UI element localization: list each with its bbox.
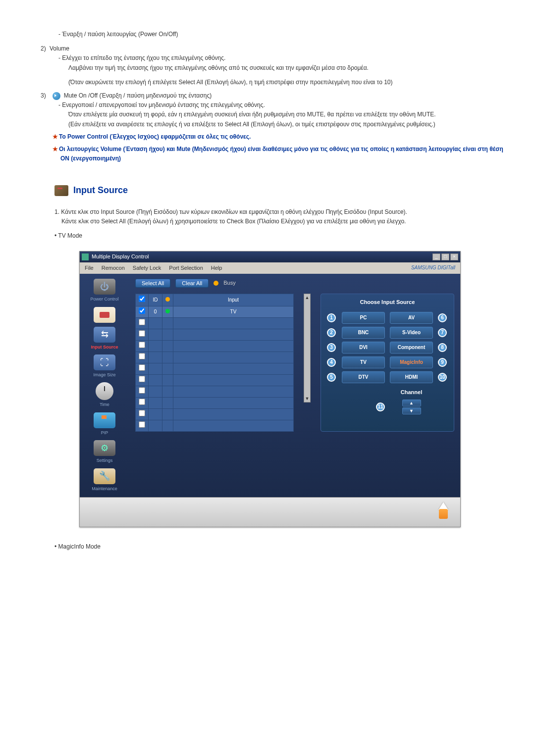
brand-logo: SAMSUNG DIGITall <box>411 264 455 272</box>
app-window: Multiple Display Control _ □ × File Remo… <box>79 251 461 527</box>
sidebar-item-remote[interactable] <box>85 307 124 323</box>
clear-all-button[interactable]: Clear All <box>175 279 209 288</box>
table-row[interactable] <box>136 375 294 386</box>
badge-10: 10 <box>438 373 447 382</box>
image-size-icon: ⛶ <box>94 354 115 370</box>
titlebar: Multiple Display Control _ □ × <box>80 252 460 262</box>
table-row[interactable] <box>136 352 294 363</box>
busy-label: Busy <box>223 279 235 288</box>
table-row[interactable] <box>136 398 294 409</box>
source-magicinfo-button[interactable]: MagicInfo <box>390 356 433 368</box>
table-row[interactable] <box>136 341 294 352</box>
status-icon <box>165 309 170 313</box>
menubar: File Remocon Safety Lock Port Selection … <box>80 262 460 274</box>
step-1: 1. Κάντε κλικ στο Input Source (Πηγή Εισ… <box>54 207 510 226</box>
input-source-panel: Choose Input Source 1 PC AV 6 2 BNC S-Vi… <box>321 294 454 432</box>
sidebar-item-pip[interactable]: PIP <box>85 412 124 436</box>
channel-down-button[interactable]: ▼ <box>402 407 421 414</box>
select-all-button[interactable]: Select All <box>135 279 170 288</box>
bullet-magicinfo-mode: • MagicInfo Mode <box>54 542 510 552</box>
source-av-button[interactable]: AV <box>390 312 433 324</box>
item-volume-sub2: Λαμβάνει την τιμή της έντασης ήχου της ε… <box>68 63 510 73</box>
pip-icon <box>94 412 115 428</box>
menu-remocon[interactable]: Remocon <box>102 264 125 273</box>
menu-port-selection[interactable]: Port Selection <box>169 264 203 273</box>
col-id: ID <box>149 294 162 306</box>
busy-indicator-icon <box>214 281 218 286</box>
sidebar-item-power-control[interactable]: ⏻ Power Control <box>85 279 124 302</box>
table-row[interactable] <box>136 318 294 329</box>
col-input: Input <box>173 294 294 306</box>
channel-label: Channel <box>390 388 433 397</box>
source-component-button[interactable]: Component <box>390 342 433 353</box>
badge-11: 11 <box>376 403 385 411</box>
menu-help[interactable]: Help <box>211 264 222 273</box>
mute-icon <box>53 92 60 100</box>
source-dtv-button[interactable]: DTV <box>342 371 385 383</box>
badge-1: 1 <box>327 313 336 322</box>
note-volume-mute: ★Οι λειτουργίες Volume (Ένταση ήχου) και… <box>53 145 510 163</box>
window-title: Multiple Display Control <box>92 252 432 261</box>
bullet-tv-mode: • TV Mode <box>54 231 510 241</box>
remote-icon <box>94 307 115 323</box>
sidebar-item-image-size[interactable]: ⛶ Image Size <box>85 354 124 378</box>
row-checkbox[interactable] <box>139 307 145 314</box>
table-row[interactable] <box>136 409 294 420</box>
badge-4: 4 <box>327 358 336 367</box>
source-dvi-button[interactable]: DVI <box>342 342 385 353</box>
item-volume: 2)Volume <box>41 44 510 53</box>
badge-5: 5 <box>327 373 336 382</box>
table-row[interactable] <box>136 329 294 341</box>
channel-up-button[interactable]: ▲ <box>402 400 421 406</box>
sidebar-item-input-source[interactable]: ⇆ Input Source <box>85 327 124 351</box>
menu-file[interactable]: File <box>85 264 94 273</box>
badge-9: 9 <box>438 358 447 367</box>
badge-8: 8 <box>438 343 447 352</box>
sidebar-item-time[interactable]: Time <box>85 382 124 408</box>
menu-safety-lock[interactable]: Safety Lock <box>133 264 161 273</box>
table-row[interactable] <box>136 386 294 398</box>
table-row[interactable] <box>136 363 294 375</box>
table-row[interactable]: 0 TV <box>136 306 294 318</box>
item-volume-sub3: (Όταν ακυρώνετε την επιλογή ή επιλέγετε … <box>68 78 510 87</box>
power-control-icon: ⏻ <box>94 279 115 295</box>
badge-2: 2 <box>327 328 336 337</box>
panel-title: Choose Input Source <box>327 298 448 307</box>
maximize-button[interactable]: □ <box>441 253 449 260</box>
source-svideo-button[interactable]: S-Video <box>390 327 433 339</box>
item-mute-sub3: (Εάν επιλέξετε να αναιρέσετε τις επιλογέ… <box>68 120 510 129</box>
footer <box>80 497 460 527</box>
sidebar-item-settings[interactable]: ⚙ Settings <box>85 440 124 464</box>
maintenance-icon: 🔧 <box>94 468 115 484</box>
source-tv-button[interactable]: TV <box>342 356 385 368</box>
section-title: Input Source <box>73 183 128 198</box>
col-check[interactable] <box>136 294 149 306</box>
cursor-pointer-icon <box>436 502 450 522</box>
item-volume-sub1: - Ελέγχει το επίπεδο της έντασης ήχου τη… <box>58 53 510 63</box>
badge-7: 7 <box>438 328 447 337</box>
device-grid: ID Input 0 TV <box>135 294 294 432</box>
app-icon <box>82 253 89 260</box>
item-mute: 3) Mute On /Off (Έναρξη / παύση μηδενισμ… <box>41 91 510 101</box>
section-input-source: Input Source <box>54 183 510 198</box>
input-source-icon: ⇆ <box>94 327 115 343</box>
minimize-button[interactable]: _ <box>432 253 440 260</box>
toolbar: Select All Clear All Busy <box>135 279 454 288</box>
source-pc-button[interactable]: PC <box>342 312 385 324</box>
item-mute-sub2: Όταν επιλέγετε μία συσκευή τη φορά, εάν … <box>68 110 510 119</box>
sidebar: ⏻ Power Control ⇆ Input Source ⛶ Image S… <box>80 274 129 497</box>
source-hdmi-button[interactable]: HDMI <box>390 371 433 383</box>
badge-6: 6 <box>438 313 447 322</box>
badge-3: 3 <box>327 343 336 352</box>
col-status <box>162 294 173 306</box>
note-power-control: ★Το Power Control (Έλεγχος Ισχύος) εφαρμ… <box>53 132 510 142</box>
source-bnc-button[interactable]: BNC <box>342 327 385 339</box>
monitor-icon <box>54 185 68 196</box>
item-power-line: - Έναρξη / παύση λειτουργίας (Power On/O… <box>58 30 510 39</box>
settings-icon: ⚙ <box>94 440 115 456</box>
sidebar-item-maintenance[interactable]: 🔧 Maintenance <box>85 468 124 492</box>
close-button[interactable]: × <box>450 253 458 260</box>
table-row[interactable] <box>136 420 294 432</box>
item-mute-sub1: - Ενεργοποιεί / απενεργοποιεί τον μηδενι… <box>58 101 510 110</box>
scrollbar[interactable]: ▲▼ <box>304 294 311 403</box>
